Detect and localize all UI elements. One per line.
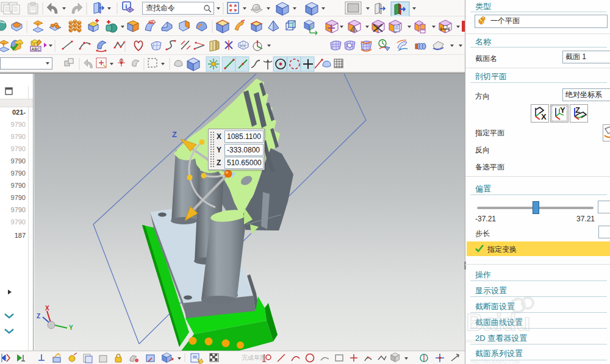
svg-text:i: i [126,3,127,10]
svg-text:X: X [541,112,547,121]
svg-text:ABC: ABC [32,47,40,51]
svg-text:A: A [353,27,355,31]
svg-text:完成草图: 完成草图 [242,354,266,361]
svg-text:X: X [45,305,49,312]
svg-text:Y: Y [69,324,73,331]
svg-text:Z: Z [575,105,580,115]
svg-text:v x: v x [240,44,245,48]
svg-text:Z: Z [37,313,40,319]
svg-text:Z: Z [172,130,177,139]
